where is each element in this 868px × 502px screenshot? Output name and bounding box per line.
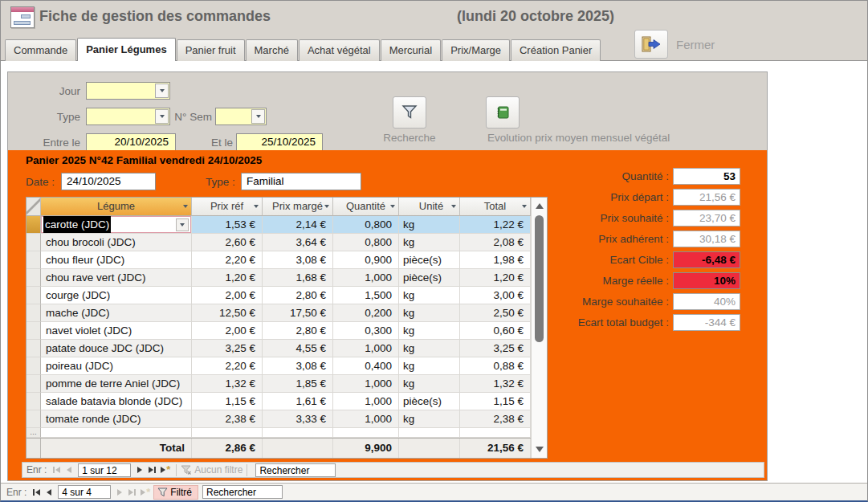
unite-cell[interactable]: kg (399, 410, 460, 428)
quantite-cell[interactable]: 1,000 (333, 375, 399, 393)
prix-marge-cell[interactable]: 3,33 € (263, 410, 333, 428)
row-selector[interactable] (26, 410, 41, 428)
quantite-cell[interactable]: 0,900 (333, 251, 399, 269)
column-header-prix-marge[interactable]: Prix margé (263, 198, 333, 216)
row-selector[interactable] (26, 322, 41, 340)
empty-cell[interactable] (41, 428, 192, 438)
prix-ref-cell[interactable]: 1,15 € (192, 393, 263, 410)
prix-ref-cell[interactable]: 12,50 € (192, 304, 263, 322)
record-position[interactable]: 4 sur 4 (58, 485, 111, 499)
row-selector[interactable] (26, 357, 41, 375)
prix-marge-cell[interactable]: 3,64 € (263, 234, 333, 251)
table-corner-cell[interactable] (26, 198, 41, 216)
prix-marge-cell[interactable]: 2,80 € (263, 287, 333, 304)
unite-cell[interactable]: pièce(s) (399, 251, 460, 269)
legume-cell[interactable]: pomme de terre Aniel (JDC) (41, 375, 192, 393)
table-row[interactable]: tomate ronde (JDC)2,38 €3,33 €1,000kg2,3… (26, 410, 531, 428)
table-row[interactable]: carotte (JDC)1,53 €2,14 €0,800kg1,22 € (26, 216, 531, 234)
row-selector[interactable] (26, 340, 41, 357)
tab-panier-legumes[interactable]: Panier Légumes (77, 38, 175, 61)
legume-cell[interactable]: mache (JDC) (41, 304, 192, 322)
row-selector[interactable] (26, 287, 41, 304)
num-sem-combobox[interactable] (215, 108, 267, 125)
fermer-button[interactable] (634, 30, 668, 59)
table-row[interactable]: patate douce JDC (JDC)3,25 €4,55 €1,000k… (26, 340, 531, 357)
quantite-cell[interactable]: 1,000 (333, 340, 399, 357)
scroll-down-icon[interactable] (536, 447, 544, 452)
empty-cell[interactable] (192, 428, 263, 438)
total-cell[interactable]: 1,32 € (460, 375, 531, 393)
quantite-cell[interactable]: 0,800 (333, 234, 399, 251)
chevron-down-icon[interactable] (251, 109, 265, 124)
summary-value[interactable]: 53 (673, 168, 740, 185)
previous-record-button[interactable] (43, 486, 55, 499)
prix-marge-cell[interactable]: 2,14 € (263, 216, 333, 234)
quantite-cell[interactable]: 1,000 (333, 410, 399, 428)
unite-cell[interactable]: pièce(s) (399, 393, 460, 410)
unite-cell[interactable]: kg (399, 375, 460, 393)
unite-cell[interactable]: kg (399, 304, 460, 322)
legume-cell[interactable]: navet violet (JDC) (41, 322, 192, 340)
total-cell[interactable]: 1,15 € (460, 393, 531, 410)
row-selector[interactable] (26, 375, 41, 393)
panier-type-field[interactable]: Familial (241, 173, 361, 190)
prix-ref-cell[interactable]: 2,20 € (192, 251, 263, 269)
prix-ref-cell[interactable]: 2,38 € (192, 410, 263, 428)
unite-cell[interactable]: kg (399, 234, 460, 251)
prix-ref-cell[interactable]: 3,25 € (192, 340, 263, 357)
quantite-cell[interactable]: 1,000 (333, 269, 399, 287)
prix-ref-cell[interactable]: 1,32 € (192, 375, 263, 393)
prix-marge-cell[interactable]: 3,08 € (263, 251, 333, 269)
table-row[interactable]: courge (JDC)2,00 €2,80 €1,500kg3,00 € (26, 287, 531, 304)
last-record-button[interactable] (126, 486, 139, 499)
legume-cell[interactable]: courge (JDC) (41, 287, 192, 304)
unite-cell[interactable]: kg (399, 357, 460, 375)
table-row[interactable]: chou brocoli (JDC)2,60 €3,64 €0,800kg2,0… (26, 234, 531, 251)
table-row[interactable]: poireau (JDC)2,20 €3,08 €0,400kg0,88 € (26, 357, 531, 375)
prix-ref-cell[interactable]: 2,60 € (192, 234, 263, 251)
tab-marche[interactable]: Marché (246, 39, 298, 61)
legume-cell[interactable]: tomate ronde (JDC) (41, 410, 192, 428)
row-selector[interactable] (26, 216, 41, 234)
table-row[interactable]: navet violet (JDC)2,00 €2,80 €0,300kg0,6… (26, 322, 531, 340)
chevron-down-icon[interactable] (155, 84, 169, 98)
row-selector[interactable] (26, 393, 41, 410)
row-selector[interactable] (26, 304, 41, 322)
prix-ref-cell[interactable]: 2,00 € (192, 287, 263, 304)
unite-cell[interactable]: pièce(s) (399, 269, 460, 287)
row-selector[interactable] (26, 251, 41, 269)
legume-cell[interactable]: chou fleur (JDC) (41, 251, 192, 269)
new-record-button[interactable]: * (159, 463, 172, 476)
date-debut-field[interactable]: 20/10/2025 (86, 133, 176, 151)
legume-cell[interactable]: poireau (JDC) (41, 357, 192, 375)
previous-record-button[interactable] (63, 463, 75, 476)
unite-cell[interactable]: kg (399, 340, 460, 357)
prix-marge-cell[interactable]: 17,50 € (263, 304, 333, 322)
tab-creation-panier[interactable]: Création Panier (511, 39, 601, 61)
tab-mercurial[interactable]: Mercurial (381, 39, 441, 61)
unite-cell[interactable]: kg (399, 322, 460, 340)
next-record-button[interactable] (113, 486, 126, 499)
first-record-button[interactable] (50, 463, 63, 476)
search-box[interactable]: Rechercher (255, 463, 336, 477)
quantite-cell[interactable]: 0,800 (333, 216, 399, 234)
row-selector[interactable] (26, 269, 41, 287)
prix-marge-cell[interactable]: 3,08 € (263, 357, 333, 375)
row-selector[interactable] (26, 234, 41, 251)
new-record-button[interactable]: * (139, 486, 152, 499)
column-header-legume[interactable]: Légume (41, 198, 192, 216)
unite-cell[interactable]: kg (399, 287, 460, 304)
quantite-cell[interactable]: 0,400 (333, 357, 399, 375)
prix-marge-cell[interactable]: 1,68 € (263, 269, 333, 287)
table-row[interactable]: mache (JDC)12,50 €17,50 €0,200kg2,50 € (26, 304, 531, 322)
legume-cell[interactable]: chou rave vert (JDC) (41, 269, 192, 287)
total-cell[interactable]: 0,88 € (460, 357, 531, 375)
prix-ref-cell[interactable]: 2,00 € (192, 322, 263, 340)
quantite-cell[interactable]: 0,200 (333, 304, 399, 322)
quantite-cell[interactable]: 1,000 (333, 393, 399, 410)
panier-date-field[interactable]: 24/10/2025 (61, 173, 156, 190)
recherche-button[interactable] (393, 96, 426, 129)
total-cell[interactable]: 3,25 € (460, 340, 531, 357)
combo-dropdown-icon[interactable] (176, 218, 189, 231)
prix-marge-cell[interactable]: 4,55 € (263, 340, 333, 357)
